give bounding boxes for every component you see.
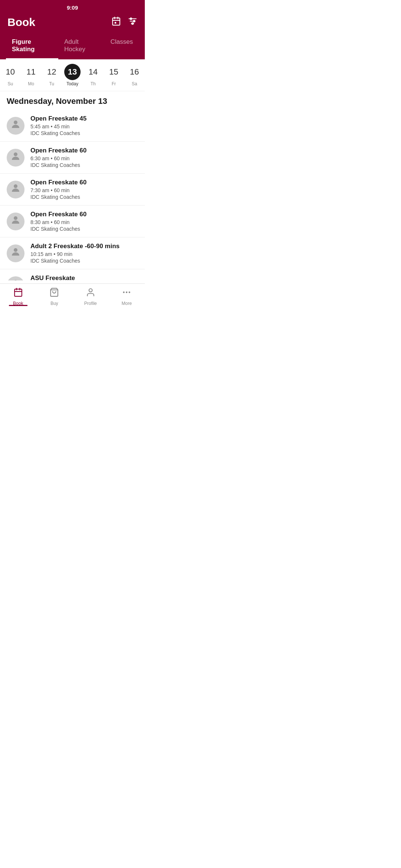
- nav-item-more[interactable]: More: [109, 287, 145, 306]
- session-details: Open Freeskate 60 8:30 am • 60 min IDC S…: [30, 211, 138, 232]
- svg-point-8: [130, 18, 132, 19]
- date-strip: 10 Su 11 Mo 12 Tu 13 Today 14 Th 15 Fr 1…: [0, 59, 145, 91]
- svg-point-12: [14, 152, 17, 156]
- person-icon: [10, 119, 21, 132]
- date-cell-13-today[interactable]: 13 Today: [63, 64, 82, 86]
- page-title: Book: [7, 16, 35, 29]
- session-details: Open Freeskate 60 7:30 am • 60 min IDC S…: [30, 179, 138, 200]
- svg-point-16: [14, 280, 17, 280]
- profile-icon: [86, 287, 95, 299]
- status-bar: 9:09: [0, 0, 145, 13]
- session-title: Open Freeskate 45: [30, 115, 138, 122]
- avatar: [7, 149, 25, 167]
- list-item[interactable]: Open Freeskate 45 5:45 am • 45 min IDC S…: [0, 110, 145, 142]
- nav-item-buy[interactable]: Buy: [36, 287, 73, 306]
- avatar: [7, 213, 25, 230]
- svg-rect-0: [113, 18, 120, 25]
- session-title: Open Freeskate 60: [30, 179, 138, 186]
- header-actions: [111, 16, 137, 28]
- svg-point-24: [123, 292, 125, 293]
- session-coach: IDC Skating Coaches: [30, 226, 138, 232]
- session-coach: IDC Skating Coaches: [30, 130, 138, 136]
- book-icon: [13, 287, 23, 299]
- session-coach: IDC Skating Coaches: [30, 162, 138, 168]
- list-item[interactable]: Adult 2 Freeskate -60-90 mins 10:15 am •…: [0, 237, 145, 269]
- time-display: 9:09: [67, 4, 78, 11]
- person-icon: [10, 278, 21, 280]
- category-tabs: Figure Skating Adult Hockey Classes: [0, 34, 145, 59]
- svg-point-15: [14, 248, 17, 252]
- session-list: Open Freeskate 45 5:45 am • 45 min IDC S…: [0, 110, 145, 280]
- session-coach: IDC Skating Coaches: [30, 258, 138, 264]
- tab-classes[interactable]: Classes: [105, 34, 139, 59]
- header: Book: [0, 13, 145, 34]
- session-title: Open Freeskate 60: [30, 211, 138, 218]
- session-details: Adult 2 Freeskate -60-90 mins 10:15 am •…: [30, 243, 138, 264]
- svg-point-14: [14, 216, 17, 220]
- session-time: 5:45 am • 45 min: [30, 124, 138, 129]
- list-item[interactable]: Open Freeskate 60 8:30 am • 60 min IDC S…: [0, 206, 145, 237]
- session-time: 10:15 am • 90 min: [30, 251, 138, 257]
- nav-item-book[interactable]: Book: [0, 287, 36, 306]
- session-title: Adult 2 Freeskate -60-90 mins: [30, 243, 138, 250]
- date-cell-16[interactable]: 16 Sa: [125, 64, 144, 86]
- person-icon: [10, 214, 21, 228]
- session-details: Open Freeskate 45 5:45 am • 45 min IDC S…: [30, 115, 138, 136]
- more-icon: [122, 287, 131, 299]
- svg-point-23: [89, 289, 92, 292]
- session-time: 6:30 am • 60 min: [30, 155, 138, 161]
- svg-point-26: [129, 292, 130, 293]
- avatar: [7, 244, 25, 262]
- calendar-icon[interactable]: [111, 16, 121, 28]
- date-cell-14[interactable]: 14 Th: [84, 64, 103, 86]
- nav-label-more: More: [122, 301, 132, 306]
- buy-icon: [49, 287, 59, 299]
- avatar: [7, 276, 25, 281]
- svg-rect-18: [14, 289, 22, 296]
- svg-point-10: [132, 23, 133, 24]
- nav-label-book: Book: [13, 301, 23, 306]
- tab-figure-skating[interactable]: Figure Skating: [6, 34, 58, 59]
- bottom-navigation: Book Buy Profile More: [0, 283, 145, 313]
- list-item[interactable]: Open Freeskate 60 6:30 am • 60 min IDC S…: [0, 142, 145, 174]
- filter-icon[interactable]: [128, 16, 137, 28]
- date-cell-15[interactable]: 15 Fr: [104, 64, 123, 86]
- avatar: [7, 117, 25, 135]
- svg-point-11: [14, 121, 17, 124]
- session-details: Open Freeskate 60 6:30 am • 60 min IDC S…: [30, 147, 138, 168]
- session-title: ASU Freeskate: [30, 274, 138, 280]
- date-cell-12[interactable]: 12 Tu: [42, 64, 61, 86]
- svg-rect-4: [115, 22, 116, 23]
- person-icon: [10, 246, 21, 260]
- session-coach: IDC Skating Coaches: [30, 194, 138, 200]
- session-time: 7:30 am • 60 min: [30, 187, 138, 193]
- date-cell-11[interactable]: 11 Mo: [22, 64, 41, 86]
- person-icon: [10, 151, 21, 164]
- tab-adult-hockey[interactable]: Adult Hockey: [58, 34, 105, 59]
- nav-item-profile[interactable]: Profile: [72, 287, 109, 306]
- session-title: Open Freeskate 60: [30, 147, 138, 154]
- section-date-header: Wednesday, November 13: [0, 91, 145, 110]
- list-item[interactable]: ASU Freeskate 12:00 pm • 60 min IDC Skat…: [0, 269, 145, 280]
- session-time: 8:30 am • 60 min: [30, 219, 138, 225]
- svg-point-25: [126, 292, 127, 293]
- list-item[interactable]: Open Freeskate 60 7:30 am • 60 min IDC S…: [0, 174, 145, 206]
- nav-label-buy: Buy: [50, 301, 58, 306]
- avatar: [7, 181, 25, 198]
- svg-point-13: [14, 184, 17, 188]
- nav-label-profile: Profile: [84, 301, 97, 306]
- svg-point-9: [133, 20, 135, 22]
- session-details: ASU Freeskate 12:00 pm • 60 min IDC Skat…: [30, 274, 138, 280]
- person-icon: [10, 183, 21, 196]
- date-cell-10[interactable]: 10 Su: [1, 64, 20, 86]
